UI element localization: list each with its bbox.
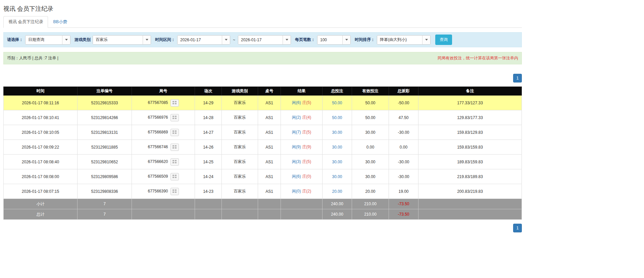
search-button[interactable]: 查询 bbox=[435, 35, 452, 45]
table-body: 2026-01-17 08:11:16 523129815333 6775670… bbox=[4, 96, 522, 199]
date-to-dropdown-button[interactable] bbox=[283, 36, 291, 44]
pagination-top: 1 bbox=[3, 74, 522, 82]
total-bet-link[interactable]: 50.00 bbox=[332, 101, 342, 105]
result-banker: 庄(4) bbox=[302, 115, 311, 120]
table-row: 2026-01-17 08:09:22 523129811885 6775667… bbox=[4, 140, 522, 155]
header-note: 备注 bbox=[418, 87, 522, 96]
result-player: 闲(0) bbox=[292, 189, 301, 193]
roadmap-icon-button[interactable] bbox=[170, 129, 179, 136]
page-size-select[interactable] bbox=[317, 35, 351, 45]
roadmap-icon-button[interactable] bbox=[170, 114, 179, 121]
records-table: 时间 注单编号 局号 场次 游戏类别 桌号 结果 总投注 有效投注 总派彩 备注… bbox=[3, 87, 522, 220]
cell-bet-id: 523129811885 bbox=[78, 140, 132, 155]
roadmap-grid-icon bbox=[172, 175, 177, 178]
roadmap-grid-icon bbox=[172, 116, 177, 119]
cell-note: 177.33/127.33 bbox=[418, 96, 522, 110]
time-sort-dropdown-button[interactable] bbox=[422, 36, 430, 44]
roadmap-icon-button[interactable] bbox=[170, 158, 179, 166]
tab-betting-records[interactable]: 视讯 会员下注纪录 bbox=[3, 16, 48, 28]
game-type-dropdown-button[interactable] bbox=[143, 36, 151, 44]
chevron-down-icon bbox=[286, 39, 288, 41]
total-bet-link[interactable]: 50.00 bbox=[332, 115, 342, 120]
roadmap-grid-icon bbox=[172, 101, 177, 105]
cell-round: 677567085 bbox=[132, 96, 195, 110]
chevron-down-icon bbox=[345, 39, 348, 41]
cell-time: 2026-01-17 08:08:00 bbox=[4, 169, 78, 184]
cell-bet-id: 523129814266 bbox=[78, 110, 132, 125]
roadmap-icon-button[interactable] bbox=[170, 99, 179, 107]
query-type-input[interactable] bbox=[26, 36, 62, 44]
result-banker: 庄(5) bbox=[302, 130, 311, 134]
page-button-1[interactable]: 1 bbox=[513, 74, 522, 82]
cell-table-no: AS1 bbox=[258, 184, 281, 199]
cell-payout: 0.00 bbox=[389, 140, 418, 155]
cell-total-bet: 30.00 bbox=[323, 125, 352, 140]
tab-bb-tip[interactable]: BB小费 bbox=[48, 16, 72, 28]
currency-total-text: 币别：人民币 | 总共 :7 注单 | bbox=[7, 55, 58, 61]
total-bet-link[interactable]: 30.00 bbox=[332, 160, 342, 164]
roadmap-icon-button[interactable] bbox=[170, 144, 179, 151]
cell-table-no: AS1 bbox=[258, 155, 281, 169]
cell-session: 14-28 bbox=[195, 110, 222, 125]
date-from-dropdown-button[interactable] bbox=[222, 36, 230, 44]
header-round: 局号 bbox=[132, 87, 195, 96]
cell-time: 2026-01-17 08:11:16 bbox=[4, 96, 78, 110]
date-to-input[interactable] bbox=[238, 36, 283, 44]
cell-game-type: 百家乐 bbox=[222, 184, 258, 199]
result-banker: 庄(2) bbox=[302, 189, 311, 193]
cell-session: 14-25 bbox=[195, 155, 222, 169]
cell-valid-bet: 20.00 bbox=[352, 184, 389, 199]
cell-round: 677566976 bbox=[132, 110, 195, 125]
cell-table-no: AS1 bbox=[258, 96, 281, 110]
date-from-select[interactable] bbox=[177, 35, 230, 45]
header-time: 时间 bbox=[4, 87, 78, 96]
header-game-type: 游戏类别 bbox=[222, 87, 258, 96]
cell-valid-bet: 50.00 bbox=[352, 96, 389, 110]
cell-game-type: 百家乐 bbox=[222, 110, 258, 125]
cell-round: 677566390 bbox=[132, 184, 195, 199]
cell-valid-bet: 50.00 bbox=[352, 110, 389, 125]
cell-total-bet: 50.00 bbox=[323, 110, 352, 125]
date-from-input[interactable] bbox=[178, 36, 222, 44]
page-button-1-bottom[interactable]: 1 bbox=[513, 224, 522, 232]
game-type-input[interactable] bbox=[93, 36, 143, 44]
cell-total-bet: 30.00 bbox=[323, 155, 352, 169]
cell-game-type: 百家乐 bbox=[222, 140, 258, 155]
total-bet-link[interactable]: 20.00 bbox=[332, 189, 342, 194]
cell-round: 677566746 bbox=[132, 140, 195, 155]
page-size-dropdown-button[interactable] bbox=[342, 36, 350, 44]
total-bet-link[interactable]: 30.00 bbox=[332, 130, 342, 135]
cell-payout: -30.00 bbox=[389, 155, 418, 169]
page-size-input[interactable] bbox=[317, 36, 342, 44]
subtotal-payout: -73.50 bbox=[389, 199, 418, 209]
total-bet-link[interactable]: 30.00 bbox=[332, 145, 342, 150]
table-header: 时间 注单编号 局号 场次 游戏类别 桌号 结果 总投注 有效投注 总派彩 备注 bbox=[4, 87, 522, 96]
cell-table-no: AS1 bbox=[258, 169, 281, 184]
query-type-dropdown-button[interactable] bbox=[62, 36, 70, 44]
query-type-select[interactable] bbox=[25, 35, 70, 45]
round-number: 677566746 bbox=[148, 145, 168, 149]
result-banker: 庄(5) bbox=[302, 159, 311, 164]
time-sort-input[interactable] bbox=[377, 36, 422, 44]
notice-text: 同局有效投注，统一计算在该局第一张注单内 bbox=[438, 55, 518, 61]
date-to-select[interactable] bbox=[238, 35, 291, 45]
table-row: 2026-01-17 08:10:05 523129813131 6775668… bbox=[4, 125, 522, 140]
total-total-bet: 240.00 bbox=[323, 209, 352, 220]
round-number: 677566976 bbox=[148, 115, 168, 120]
cell-bet-id: 523129808336 bbox=[78, 184, 132, 199]
summary-bar: 币别：人民币 | 总共 :7 注单 | 同局有效投注，统一计算在该局第一张注单内 bbox=[3, 52, 522, 64]
roadmap-icon-button[interactable] bbox=[170, 188, 179, 195]
cell-bet-id: 523129809586 bbox=[78, 169, 132, 184]
header-table-no: 桌号 bbox=[258, 87, 281, 96]
result-banker: 庄(0) bbox=[302, 174, 311, 179]
roadmap-icon-button[interactable] bbox=[170, 173, 179, 180]
result-banker: 庄(5) bbox=[302, 100, 311, 105]
total-bet-link[interactable]: 30.00 bbox=[332, 174, 342, 179]
subtotal-row: 小计 7 240.00 210.00 -73.50 bbox=[4, 199, 522, 209]
round-number: 677566390 bbox=[148, 189, 168, 193]
game-type-select[interactable] bbox=[93, 35, 151, 45]
cell-time: 2026-01-17 08:10:05 bbox=[4, 125, 78, 140]
time-sort-select[interactable] bbox=[377, 35, 431, 45]
cell-payout: -30.00 bbox=[389, 125, 418, 140]
roadmap-grid-icon bbox=[172, 145, 177, 149]
